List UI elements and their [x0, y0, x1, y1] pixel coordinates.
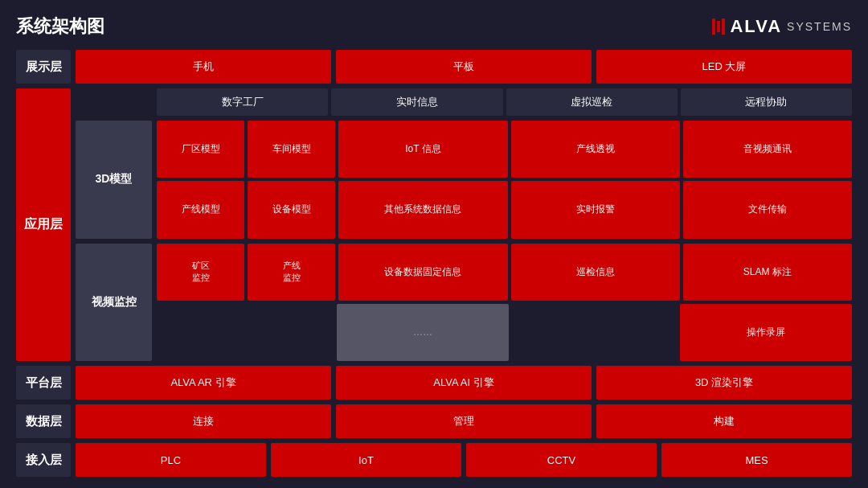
- cell-production-line-model: 产线模型: [157, 181, 244, 238]
- platform-ar: ALVA AR 引擎: [76, 366, 331, 400]
- access-cctv: CCTV: [466, 443, 657, 477]
- app-row4: …… 操作录屏: [157, 304, 852, 361]
- display-layer-row: 展示层 手机 平板 LED 大屏: [16, 50, 852, 84]
- model-3d-label: 3D模型: [96, 172, 133, 187]
- logo-bar-3: [722, 18, 725, 35]
- cell-audio-video: 音视频通讯: [683, 121, 852, 178]
- cell-realtime-alert: 实时报警: [511, 181, 680, 238]
- app-subheader-labels: 数字工厂 实时信息 虚拟巡检 远程协助: [157, 88, 852, 116]
- header: 系统架构图 ALVA SYSTEMS: [16, 14, 852, 39]
- platform-ai: ALVA AI 引擎: [336, 366, 592, 400]
- data-connect: 连接: [76, 404, 331, 438]
- logo-bar-2: [717, 21, 720, 32]
- cell-mine-monitor: 矿区 监控: [157, 244, 244, 301]
- app-row1: 厂区模型 车间模型 IoT 信息 产线透视 音视频通讯: [157, 121, 852, 178]
- data-layer-label: 数据层: [16, 404, 71, 438]
- logo-systems-text: SYSTEMS: [787, 20, 852, 33]
- video-monitor-block: 视频监控: [76, 244, 152, 362]
- arch-table: 展示层 手机 平板 LED 大屏 应用层 数字工厂 实时信息 虚拟巡检 远程协助: [16, 50, 852, 477]
- page-title: 系统架构图: [16, 14, 104, 39]
- logo: ALVA SYSTEMS: [712, 16, 852, 37]
- data-manage: 管理: [336, 404, 592, 438]
- cell-equipment-model: 设备模型: [248, 181, 335, 238]
- app-bottom-grid: 矿区 监控 产线 监控 设备数据固定信息 巡检信息 SLAM 标注 …… 操作录…: [157, 244, 852, 362]
- cell-iot-info: IoT 信息: [338, 121, 507, 178]
- logo-bar-1: [712, 18, 715, 35]
- cell-patrol-info: 巡检信息: [511, 244, 680, 301]
- app-row2: 产线模型 设备模型 其他系统数据信息 实时报警 文件传输: [157, 181, 852, 238]
- app-bottom-section: 视频监控 矿区 监控 产线 监控 设备数据固定信息 巡检信息 SLAM 标注: [76, 244, 852, 362]
- access-iot: IoT: [271, 443, 461, 477]
- cell-slam-label: SLAM 标注: [683, 244, 852, 301]
- display-layer-label: 展示层: [16, 50, 71, 84]
- access-layer-label: 接入层: [16, 443, 71, 477]
- access-mes: MES: [661, 443, 852, 477]
- logo-alva-text: ALVA: [730, 16, 782, 37]
- cell-operation-record: 操作录屏: [680, 304, 852, 361]
- app-row3: 矿区 监控 产线 监控 设备数据固定信息 巡检信息 SLAM 标注: [157, 244, 852, 301]
- cell-production-transparent: 产线透视: [511, 121, 680, 178]
- app-inner: 数字工厂 实时信息 虚拟巡检 远程协助 3D模型 厂区模型: [76, 88, 852, 361]
- display-tablet: 平板: [336, 50, 592, 84]
- subheader-remote-assist: 远程协助: [681, 88, 852, 116]
- cell-production-monitor: 产线 监控: [248, 244, 335, 301]
- subheader-virtual-patrol: 虚拟巡检: [506, 88, 678, 116]
- access-plc: PLC: [76, 443, 266, 477]
- video-monitor-label: 视频监控: [92, 295, 137, 310]
- row4-patrol-spacer: [512, 304, 678, 361]
- app-top-grid: 厂区模型 车间模型 IoT 信息 产线透视 音视频通讯 产线模型 设备模型 其他…: [157, 121, 852, 239]
- app-top-section: 3D模型 厂区模型 车间模型 IoT 信息 产线透视 音视频通讯: [76, 121, 852, 239]
- cell-file-transfer: 文件传输: [683, 181, 852, 238]
- application-layer-label: 应用层: [16, 88, 71, 361]
- platform-layer-label: 平台层: [16, 366, 71, 400]
- data-build: 构建: [596, 404, 852, 438]
- main-page: 系统架构图 ALVA SYSTEMS 展示层 手机 平板 LED 大屏 应用层: [0, 0, 868, 488]
- display-led: LED 大屏: [596, 50, 852, 84]
- cell-workshop-model: 车间模型: [248, 121, 335, 178]
- model-3d-block: 3D模型: [76, 121, 152, 239]
- subheader-digital-factory: 数字工厂: [157, 88, 328, 116]
- platform-3d: 3D 渲染引擎: [596, 366, 852, 400]
- app-subheader-spacer: [76, 88, 152, 116]
- cell-other-system-data: 其他系统数据信息: [338, 181, 507, 238]
- cell-factory-model: 厂区模型: [157, 121, 244, 178]
- logo-icon: [712, 18, 725, 35]
- cell-device-fixed-info: 设备数据固定信息: [338, 244, 507, 301]
- row4-spacer: [157, 304, 334, 361]
- display-phone: 手机: [76, 50, 331, 84]
- subheader-realtime-info: 实时信息: [331, 88, 502, 116]
- application-layer-row: 应用层 数字工厂 实时信息 虚拟巡检 远程协助 3D模型: [16, 88, 852, 361]
- app-subheader-row: 数字工厂 实时信息 虚拟巡检 远程协助: [76, 88, 852, 116]
- data-layer-row: 数据层 连接 管理 构建: [16, 404, 852, 438]
- cell-ellipsis: ……: [337, 304, 509, 361]
- platform-layer-row: 平台层 ALVA AR 引擎 ALVA AI 引擎 3D 渲染引擎: [16, 366, 852, 400]
- access-layer-row: 接入层 PLC IoT CCTV MES: [16, 443, 852, 477]
